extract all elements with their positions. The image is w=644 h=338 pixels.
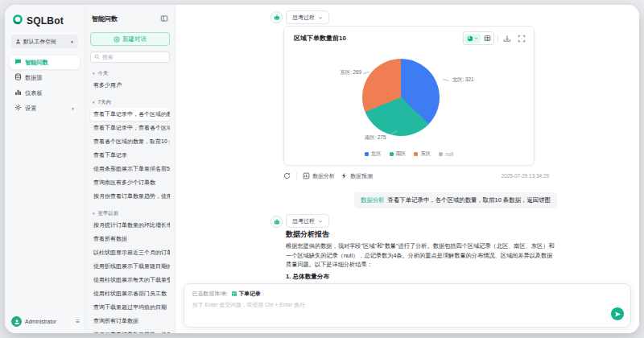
- legend-item[interactable]: null: [439, 151, 453, 157]
- sidebar-item-label: 智能问数: [25, 59, 48, 67]
- sidebar-nav: 智能问数 数据源 仪表板 设置 ▼: [5, 56, 85, 115]
- divider: [497, 35, 498, 43]
- pie-label-north: 北区: 321: [452, 76, 474, 84]
- sidebar-item-label: 设置: [25, 105, 36, 113]
- thinking-process-label: 思考过程: [292, 14, 315, 22]
- triangle-down-icon: ▼: [92, 72, 95, 76]
- sidebar-item-settings[interactable]: 设置 ▼: [10, 101, 80, 115]
- chat-item[interactable]: 按月份查看订单数量趋势，使用折...: [90, 328, 170, 333]
- report-section-heading: 1. 总体数量分布: [286, 273, 329, 281]
- triangle-down-icon: ▼: [92, 101, 95, 105]
- dataset-name: 下单记录: [239, 290, 261, 298]
- group-today[interactable]: ▼今天: [92, 70, 168, 77]
- pie-label-south: 南区: 275: [365, 134, 386, 142]
- chat-item[interactable]: 使用柱状图展示每天的下载量变化: [90, 274, 170, 286]
- data-analysis-button[interactable]: 数据分析: [303, 172, 335, 180]
- chat-item[interactable]: 查看下单记录: [90, 149, 170, 162]
- chat-icon: [14, 58, 22, 67]
- chart-title: 区域下单数量前10: [294, 34, 346, 43]
- dataset-chip[interactable]: 下单记录: [231, 290, 261, 298]
- workspace-label: 默认工作空间: [23, 38, 56, 46]
- chat-item[interactable]: 以柱状图显示最近三个月的订单量: [90, 246, 170, 259]
- bot-avatar: [270, 216, 283, 228]
- chat-item[interactable]: 有多少用户: [90, 79, 170, 92]
- new-chat-button[interactable]: 新建对话: [90, 32, 170, 46]
- sidebar-item-datasource[interactable]: 数据源: [10, 71, 80, 84]
- chat-item[interactable]: 使用柱状图展示各部门员工数: [90, 287, 170, 300]
- legend-item[interactable]: 南区: [390, 150, 407, 158]
- chat-item[interactable]: 查询南区有多少个订单数: [90, 176, 170, 189]
- group-earlier[interactable]: ▼更早以前: [92, 210, 168, 217]
- app-title: SQLBot: [27, 15, 64, 27]
- data-analysis-label: 数据分析: [312, 172, 335, 180]
- new-chat-label: 新建对话: [122, 35, 147, 43]
- user-message: 数据分析查看下单记录中，各个区域的数量，取前10 条数据，返回饼图: [354, 192, 557, 208]
- pie-leader-line: [363, 72, 369, 74]
- search-placeholder: 搜索: [102, 53, 114, 61]
- message-composer[interactable]: 已选数据库/表: 下单记录 按下 Enter 提交问题，或使用 Ctrl + E…: [184, 283, 631, 328]
- sidebar-item-label: 仪表板: [25, 89, 43, 97]
- chart-type-switcher: [463, 31, 494, 45]
- thinking-process-toggle[interactable]: 思考过程: [286, 214, 329, 228]
- sidebar-item-chat-qa[interactable]: 智能问数: [10, 56, 80, 69]
- pie-chart[interactable]: [362, 59, 440, 136]
- refresh-button[interactable]: [283, 172, 291, 179]
- chat-item[interactable]: 使用折线图展示下载量随日期的变...: [90, 260, 170, 273]
- chat-item[interactable]: 查看下单记录中，查看各个区域的...: [90, 122, 170, 134]
- composer-placeholder: 按下 Enter 提交问题，或使用 Ctrl + Enter 换行: [192, 301, 305, 309]
- user-message-text: 查看下单记录中，各个区域的数量，取前10 条数据，返回饼图: [388, 196, 551, 204]
- logo: SQLBot: [5, 5, 85, 34]
- thinking-process-toggle[interactable]: 思考过程: [286, 10, 329, 24]
- fullscreen-icon[interactable]: [516, 33, 527, 44]
- divider: [296, 172, 297, 179]
- search-icon: [94, 54, 100, 60]
- chevron-down-icon: ▼: [71, 106, 75, 111]
- workspace-icon: [15, 39, 21, 45]
- selected-dataset-label: 已选数据库/表:: [192, 290, 229, 298]
- triangle-down-icon: ▼: [92, 212, 95, 216]
- legend-swatch: [414, 152, 418, 156]
- send-button[interactable]: [611, 307, 624, 320]
- panel-title: 智能问数: [92, 14, 118, 23]
- sqlbot-logo-icon: [12, 14, 23, 28]
- legend-swatch: [365, 152, 369, 156]
- legend-item[interactable]: 北区: [365, 150, 382, 158]
- user-account-menu[interactable]: Administrator ≡: [11, 316, 80, 327]
- thinking-process-label: 思考过程: [292, 217, 315, 225]
- avatar: [11, 316, 22, 327]
- analysis-tag: 数据分析: [361, 196, 385, 204]
- message-timestamp: 2025-07-29 13:34:29: [502, 173, 549, 179]
- chat-item[interactable]: 使用条形图展示下单量排名前5的日...: [90, 163, 170, 175]
- chat-item[interactable]: 查询所有订单数据: [90, 315, 170, 328]
- pie-chart-type-button[interactable]: [464, 34, 481, 43]
- export-icon[interactable]: [502, 33, 513, 44]
- left-sidebar: SQLBot 默认工作空间 ▼ 智能问数 数据源: [5, 5, 85, 333]
- chat-item[interactable]: 查询下载量超过平均值的日期: [90, 301, 170, 314]
- sidebar-item-dashboard[interactable]: 仪表板: [10, 86, 80, 100]
- chart-legend: 北区 南区 东区 null: [284, 150, 534, 158]
- sidebar-item-label: 数据源: [25, 74, 43, 82]
- message-actions: 数据分析 数据预测 2025-07-29 13:34:29: [283, 170, 549, 182]
- chevron-down-icon: ▼: [70, 39, 74, 44]
- chat-history-panel: 智能问数 新建对话 搜索 ▼今天 有多少用户 ▼7天内 查看下单记录中，各个区域…: [85, 5, 175, 333]
- chat-item[interactable]: 查看各个区域的数量，取前10 条数...: [90, 135, 170, 148]
- data-predict-label: 数据预测: [350, 172, 373, 180]
- report-title: 数据分析报告: [286, 229, 329, 240]
- database-icon: [14, 73, 22, 82]
- chat-item[interactable]: 按月统计订单数量的环比增长率: [90, 219, 170, 232]
- collapse-panel-icon[interactable]: [160, 11, 168, 26]
- chat-item[interactable]: 查看所有数据: [90, 233, 170, 245]
- chat-item[interactable]: 按月份查看订单数量趋势，使用折...: [90, 190, 170, 203]
- chat-item-selected[interactable]: 查看下单记录中，各个区域的数量...: [90, 108, 170, 121]
- workspace-selector[interactable]: 默认工作空间 ▼: [11, 35, 78, 48]
- group-7days[interactable]: ▼7天内: [92, 99, 168, 106]
- report-body: 根据您提供的数据，我对字段"区域"和"数量"进行了分析。数据包括四个区域记录（北…: [286, 241, 555, 270]
- search-input[interactable]: 搜索: [90, 52, 170, 63]
- pie-label-east: 东区: 269: [305, 69, 361, 76]
- gear-icon: [14, 104, 22, 113]
- table-view-button[interactable]: [482, 33, 493, 43]
- app-window: SQLBot 默认工作空间 ▼ 智能问数 数据源: [5, 5, 639, 333]
- menu-icon[interactable]: ≡: [76, 318, 80, 325]
- legend-item[interactable]: 东区: [414, 150, 431, 158]
- data-predict-button[interactable]: 数据预测: [341, 172, 373, 180]
